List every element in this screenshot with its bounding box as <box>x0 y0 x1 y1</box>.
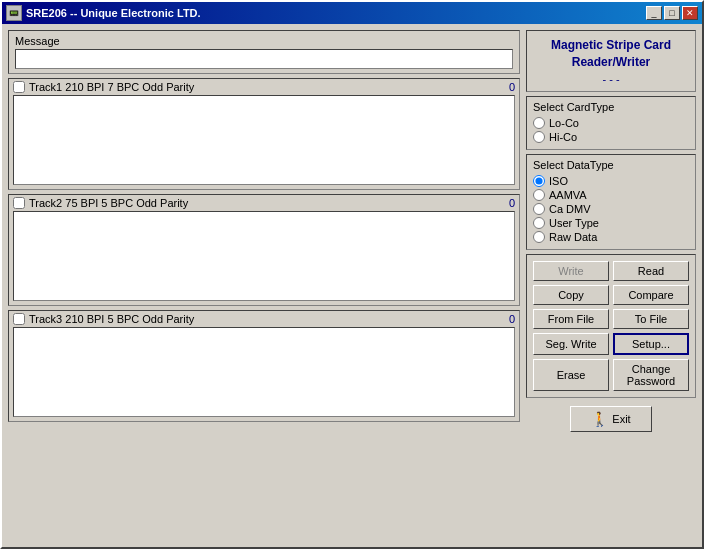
track2-header: Track2 75 BPI 5 BPC Odd Parity 0 <box>13 197 515 209</box>
track3-label: Track3 210 BPI 5 BPC Odd Parity <box>29 313 505 325</box>
app-title-line1: Magnetic Stripe Card Reader/Writer <box>535 37 687 71</box>
maximize-button[interactable]: □ <box>664 6 680 20</box>
compare-button[interactable]: Compare <box>613 285 689 305</box>
aamva-radio[interactable] <box>533 189 545 201</box>
loco-label: Lo-Co <box>549 117 579 129</box>
title-buttons: _ □ ✕ <box>646 6 698 20</box>
track3-textarea[interactable] <box>13 327 515 417</box>
card-type-hico: Hi-Co <box>533 131 689 143</box>
hico-radio[interactable] <box>533 131 545 143</box>
track1-textarea[interactable] <box>13 95 515 185</box>
data-type-usertype: User Type <box>533 217 689 229</box>
left-panel: Message Track1 210 BPI 7 BPC Odd Parity … <box>8 30 520 541</box>
data-type-iso: ISO <box>533 175 689 187</box>
data-type-rawdata: Raw Data <box>533 231 689 243</box>
exit-button[interactable]: 🚶 Exit <box>570 406 651 432</box>
iso-label: ISO <box>549 175 568 187</box>
close-button[interactable]: ✕ <box>682 6 698 20</box>
track1-checkbox[interactable] <box>13 81 25 93</box>
action-buttons: Write Read Copy Compare From File To Fil… <box>526 254 696 398</box>
track2-section: Track2 75 BPI 5 BPC Odd Parity 0 <box>8 194 520 306</box>
usertype-label: User Type <box>549 217 599 229</box>
copy-button[interactable]: Copy <box>533 285 609 305</box>
exit-container: 🚶 Exit <box>526 402 696 436</box>
read-button[interactable]: Read <box>613 261 689 281</box>
track3-checkbox[interactable] <box>13 313 25 325</box>
card-type-label: Select CardType <box>533 101 689 113</box>
right-panel: Magnetic Stripe Card Reader/Writer - - -… <box>526 30 696 541</box>
track2-number: 0 <box>509 197 515 209</box>
track2-textarea[interactable] <box>13 211 515 301</box>
track3-number: 0 <box>509 313 515 325</box>
app-title-dashes: - - - <box>535 73 687 85</box>
data-type-group: Select DataType ISO AAMVA Ca DMV User Ty… <box>526 154 696 250</box>
seg-write-button[interactable]: Seg. Write <box>533 333 609 355</box>
to-file-button[interactable]: To File <box>613 309 689 329</box>
content-area: Message Track1 210 BPI 7 BPC Odd Parity … <box>2 24 702 547</box>
write-button[interactable]: Write <box>533 261 609 281</box>
minimize-button[interactable]: _ <box>646 6 662 20</box>
cadmv-label: Ca DMV <box>549 203 591 215</box>
track1-label: Track1 210 BPI 7 BPC Odd Parity <box>29 81 505 93</box>
rawdata-label: Raw Data <box>549 231 597 243</box>
rawdata-radio[interactable] <box>533 231 545 243</box>
track2-checkbox[interactable] <box>13 197 25 209</box>
usertype-radio[interactable] <box>533 217 545 229</box>
exit-icon: 🚶 <box>591 411 608 427</box>
setup-button[interactable]: Setup... <box>613 333 689 355</box>
data-type-aamva: AAMVA <box>533 189 689 201</box>
card-type-loco: Lo-Co <box>533 117 689 129</box>
message-label: Message <box>15 35 513 47</box>
exit-label: Exit <box>612 413 630 425</box>
aamva-label: AAMVA <box>549 189 587 201</box>
iso-radio[interactable] <box>533 175 545 187</box>
track3-section: Track3 210 BPI 5 BPC Odd Parity 0 <box>8 310 520 422</box>
hico-label: Hi-Co <box>549 131 577 143</box>
title-bar-left: 📟 SRE206 -- Unique Electronic LTD. <box>6 5 201 21</box>
change-password-button[interactable]: Change Password <box>613 359 689 391</box>
loco-radio[interactable] <box>533 117 545 129</box>
track1-header: Track1 210 BPI 7 BPC Odd Parity 0 <box>13 81 515 93</box>
message-group: Message <box>8 30 520 74</box>
track1-section: Track1 210 BPI 7 BPC Odd Parity 0 <box>8 78 520 190</box>
erase-button[interactable]: Erase <box>533 359 609 391</box>
app-title-box: Magnetic Stripe Card Reader/Writer - - - <box>526 30 696 92</box>
track3-header: Track3 210 BPI 5 BPC Odd Parity 0 <box>13 313 515 325</box>
data-type-label: Select DataType <box>533 159 689 171</box>
from-file-button[interactable]: From File <box>533 309 609 329</box>
main-window: 📟 SRE206 -- Unique Electronic LTD. _ □ ✕… <box>0 0 704 549</box>
window-icon: 📟 <box>6 5 22 21</box>
card-type-group: Select CardType Lo-Co Hi-Co <box>526 96 696 150</box>
track2-label: Track2 75 BPI 5 BPC Odd Parity <box>29 197 505 209</box>
data-type-cadmv: Ca DMV <box>533 203 689 215</box>
cadmv-radio[interactable] <box>533 203 545 215</box>
track1-number: 0 <box>509 81 515 93</box>
title-bar: 📟 SRE206 -- Unique Electronic LTD. _ □ ✕ <box>2 2 702 24</box>
message-input[interactable] <box>15 49 513 69</box>
window-title: SRE206 -- Unique Electronic LTD. <box>26 7 201 19</box>
